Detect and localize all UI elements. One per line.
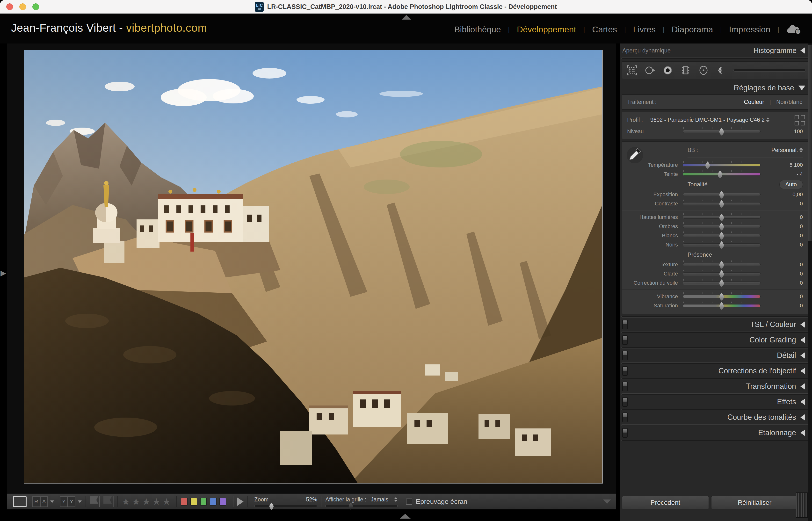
panel-toggle-switch[interactable] [622,382,628,391]
toolbar-options-dropdown-icon[interactable] [603,499,611,504]
panel-toggle-switch[interactable] [622,397,628,407]
zoom-value[interactable]: 52% [306,496,317,503]
collapsed-panel-arrow-icon[interactable] [800,414,805,421]
flag-reject-icon[interactable] [104,496,114,507]
module-develop[interactable]: Développement [517,25,576,34]
slider-value[interactable]: 0,00 [761,191,803,198]
color-label-purple[interactable] [220,498,226,505]
reset-button[interactable]: Réinitialiser [711,496,798,509]
contrast-slider[interactable] [683,199,761,208]
collapse-panel-arrow-icon[interactable] [800,47,805,54]
collapsed-panel-arrow-icon[interactable] [800,321,805,328]
slider-value[interactable]: 0 [761,262,803,268]
slider-value[interactable]: 0 [761,242,803,248]
right-panel-scrollbar[interactable] [808,44,812,521]
collapsed-panel-arrow-icon[interactable] [800,337,805,343]
loupe-view-button[interactable] [13,496,27,507]
profile-browser-icon[interactable] [795,115,805,126]
zoom-slider-handle[interactable] [269,503,274,510]
panel-toggle-switch[interactable] [622,350,628,360]
dehaze-slider[interactable] [683,278,761,288]
slider-handle[interactable] [719,191,725,199]
close-window-button[interactable] [6,3,13,10]
red-eye-tool-icon[interactable] [662,65,674,76]
collapsed-panel-arrow-icon[interactable] [800,352,805,359]
soft-proofing-checkbox[interactable] [406,499,412,505]
collapsed-panel-arrow-icon[interactable] [800,399,805,405]
split-view-dropdown-icon[interactable] [78,500,82,503]
slider-value[interactable]: - 4 [761,171,803,177]
radial-filter-tool-icon[interactable] [698,65,709,76]
panel-toggle-switch[interactable] [622,335,628,345]
before-after-left-right-button[interactable]: A [40,496,48,507]
slider-value[interactable]: 0 [761,302,803,309]
window-titlebar[interactable]: LrC cat LR-CLASSIC_CatMBP_2020-v10.lrcat… [0,0,812,14]
panel-tone-curve[interactable]: Courbe des tonalités [620,410,812,424]
profile-dropdown-spinner-icon[interactable] [766,117,769,122]
zoom-window-button[interactable] [32,3,39,10]
vibrance-slider[interactable] [683,292,761,301]
grid-dropdown-spinner-icon[interactable] [394,497,398,502]
scrollbar-thumb[interactable] [808,45,812,241]
collapsed-panel-arrow-icon[interactable] [800,383,805,390]
panel-color-grading[interactable]: Color Grading [620,333,812,347]
slider-value[interactable]: 5 100 [761,162,803,168]
temperature-slider[interactable] [683,160,761,169]
whites-slider[interactable] [683,231,761,240]
saturation-slider[interactable] [683,301,761,310]
identity-plate[interactable]: Jean-François Vibert - vibertphoto.com [11,21,207,34]
graduated-filter-tool-icon[interactable] [680,65,692,76]
zoom-slider[interactable] [254,505,317,507]
spot-removal-tool-icon[interactable] [644,65,656,76]
treatment-color-option[interactable]: Couleur [744,98,764,105]
adjustment-brush-tool-icon[interactable] [716,65,727,76]
highlights-slider[interactable] [683,213,761,222]
color-label-yellow[interactable] [190,498,197,505]
expand-left-panel-arrow-icon[interactable]: ▶ [0,269,6,277]
blacks-slider[interactable] [683,240,761,249]
slider-value[interactable]: 0 [761,293,803,300]
panel-lens-corrections[interactable]: Corrections de l'objectif [620,364,812,378]
slider-value[interactable]: 0 [761,232,803,239]
sync-cloud-alert-icon[interactable]: ! [786,24,802,35]
before-after-view-buttons[interactable]: R A [32,496,48,507]
basic-panel-header[interactable]: Réglages de base [620,82,812,94]
slider-value[interactable]: 0 [761,214,803,220]
minimize-window-button[interactable] [19,3,26,10]
star-rating[interactable]: ★★★★★ [122,496,173,507]
panel-toggle-switch[interactable] [622,320,628,330]
panel-toggle-switch[interactable] [622,412,628,422]
grid-value-dropdown[interactable]: Jamais [371,496,388,503]
slider-value[interactable]: 0 [761,201,803,207]
module-map[interactable]: Cartes [592,25,617,34]
texture-slider[interactable] [683,260,761,269]
panel-effects[interactable]: Effets [620,395,812,409]
white-balance-eyedropper-icon[interactable] [626,145,644,165]
slider-value[interactable]: 0 [761,280,803,286]
shadows-slider[interactable] [683,222,761,231]
panel-toggle-switch[interactable] [622,428,628,438]
expanded-panel-arrow-icon[interactable] [798,86,805,90]
panel-hsl-color[interactable]: TSL / Couleur [620,318,812,332]
module-book[interactable]: Livres [633,25,656,34]
treatment-bw-option[interactable]: Noir/blanc [776,98,802,105]
flag-pick-icon[interactable] [90,496,100,507]
histogram-panel-header[interactable]: Histogramme [753,46,805,54]
grid-slider-handle[interactable] [348,503,354,510]
color-label-blue[interactable] [210,498,217,505]
grid-opacity-slider[interactable] [325,505,398,507]
collapsed-panel-arrow-icon[interactable] [800,367,805,374]
profile-amount-value[interactable]: 100 [761,128,803,135]
smart-preview-status[interactable]: Aperçu dynamique [622,47,671,54]
color-label-green[interactable] [200,498,207,505]
slider-value[interactable]: 0 [761,223,803,230]
previous-button[interactable]: Précédent [622,496,709,509]
impromptu-slideshow-play-icon[interactable] [237,498,244,506]
module-slideshow[interactable]: Diaporama [672,25,713,34]
panel-transform[interactable]: Transformation [620,379,812,393]
panel-toggle-switch[interactable] [622,366,628,376]
slider-value[interactable]: 0 [761,271,803,277]
auto-tone-button[interactable]: Auto [780,180,803,189]
profile-value-dropdown[interactable]: 9602 - Panasonic DMC-GM1 - Paysage C46 2 [650,117,765,123]
collapsed-panel-arrow-icon[interactable] [800,429,805,436]
